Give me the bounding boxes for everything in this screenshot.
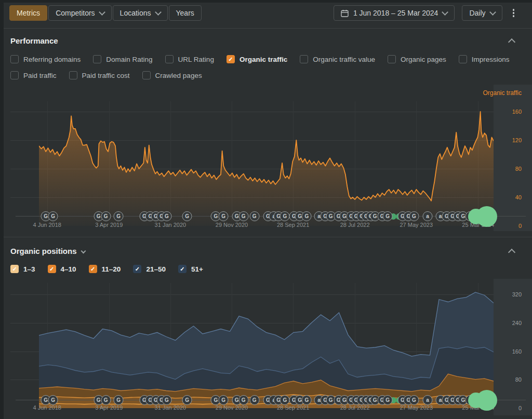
tab-years[interactable]: Years <box>169 5 202 21</box>
checkbox-label: 21–50 <box>146 265 166 273</box>
checkbox-organic-traffic[interactable]: ✓Organic traffic <box>227 55 287 63</box>
chart1-right-gutter <box>494 85 532 231</box>
checkbox-url-rating[interactable]: URL Rating <box>165 55 214 63</box>
google-update-badge[interactable]: G <box>249 395 259 405</box>
checkbox-box <box>165 55 174 63</box>
organic-positions-chart[interactable] <box>39 283 494 408</box>
tab-metrics[interactable]: Metrics <box>9 5 47 21</box>
algorithm-update-timeline: GGGGGGGGGGGGGGGGGaGGGGGaGGGGGGGGGGGGGGGa… <box>39 211 494 222</box>
y-axis-label: 320 <box>499 291 522 298</box>
google-update-badge[interactable]: G <box>162 211 171 221</box>
chevron-down-icon <box>99 9 105 16</box>
google-update-badge[interactable]: G <box>238 211 248 221</box>
collapse-positions-button[interactable] <box>508 248 515 255</box>
checkbox-box: ✓ <box>133 265 141 273</box>
google-update-badge[interactable]: G <box>162 395 171 405</box>
checkbox-label: 51+ <box>191 265 203 273</box>
organic-positions-title[interactable]: Organic positions <box>10 247 85 255</box>
checkbox-label: Paid traffic cost <box>82 72 130 79</box>
google-update-badge[interactable]: a <box>423 395 433 405</box>
positions-band-51 <box>39 292 494 380</box>
checkbox-51[interactable]: ✓51+ <box>178 265 203 273</box>
google-update-badge[interactable]: G <box>409 395 419 405</box>
x-axis-label: 28 Sep 2021 <box>277 222 309 228</box>
organic-positions-title-text: Organic positions <box>10 247 77 255</box>
checkbox-domain-rating[interactable]: Domain Rating <box>93 55 152 63</box>
checkbox-box <box>10 71 19 79</box>
chevron-down-icon <box>155 9 162 16</box>
google-update-badge[interactable]: G <box>249 211 259 221</box>
date-range-button[interactable]: 1 Jun 2018 – 25 Mar 2024 <box>334 5 455 21</box>
chevron-up-icon <box>508 38 515 46</box>
google-update-badge[interactable]: G <box>302 395 312 405</box>
collapse-performance-button[interactable] <box>508 37 515 45</box>
google-update-badge[interactable]: G <box>114 395 124 405</box>
checkbox-4-10[interactable]: ✓4–10 <box>48 265 76 273</box>
google-update-badge[interactable]: a <box>423 211 433 221</box>
checkbox-impressions[interactable]: Impressions <box>459 55 510 63</box>
toolbar-divider <box>0 28 532 29</box>
tab-label: Locations <box>120 9 151 17</box>
checkbox-paid-traffic-cost[interactable]: Paid traffic cost <box>69 71 130 79</box>
granularity-label: Daily <box>469 9 485 17</box>
checkbox-label: Domain Rating <box>106 56 152 63</box>
checkbox-label: Organic pages <box>401 56 446 63</box>
y-axis-label: 0 <box>499 405 522 411</box>
green-marker-large[interactable] <box>476 206 497 227</box>
checkbox-box <box>388 55 396 63</box>
y-axis-label: 120 <box>499 137 522 143</box>
google-update-badge[interactable]: G <box>280 395 290 405</box>
chevron-down-icon <box>489 9 496 16</box>
google-update-badge[interactable]: G <box>280 211 290 221</box>
checkbox-11-20[interactable]: ✓11–20 <box>89 265 121 273</box>
google-update-badge[interactable]: G <box>383 211 393 221</box>
organic-traffic-area <box>39 112 494 226</box>
performance-title: Performance <box>10 36 58 45</box>
organic-traffic-chart[interactable] <box>39 101 494 226</box>
granularity-button[interactable]: Daily <box>462 5 502 21</box>
y-axis-label: 240 <box>499 320 522 326</box>
tab-label: Years <box>176 9 194 17</box>
algorithm-update-timeline: GGGGGGGGGGGGGGGGGaGGGGGaGGGGGGGGGGGGGGGa… <box>39 395 494 406</box>
chart2-right-gutter <box>494 279 532 415</box>
checkbox-box: ✓ <box>89 265 97 273</box>
window-edge-top <box>0 0 532 3</box>
checkbox-box <box>142 71 151 79</box>
checkbox-organic-pages[interactable]: Organic pages <box>388 55 446 63</box>
green-marker-large[interactable] <box>476 390 497 411</box>
google-update-badge[interactable]: G <box>114 211 124 221</box>
google-update-badge[interactable]: G <box>182 395 192 405</box>
checkbox-label: Paid traffic <box>23 72 57 79</box>
performance-metrics-row-1: Referring domainsDomain RatingURL Rating… <box>10 54 510 64</box>
checkbox-label: Organic traffic value <box>313 56 375 63</box>
google-update-badge[interactable]: G <box>219 211 229 221</box>
tab-competitors[interactable]: Competitors <box>48 5 111 21</box>
checkbox-21-50[interactable]: ✓21–50 <box>133 265 166 273</box>
google-update-badge[interactable]: G <box>101 211 111 221</box>
more-options-kebab-icon[interactable] <box>510 6 518 21</box>
tab-locations[interactable]: Locations <box>113 5 168 21</box>
checkbox-1-3[interactable]: ✓1–3 <box>10 265 35 273</box>
checkbox-paid-traffic[interactable]: Paid traffic <box>10 71 57 79</box>
date-range-label: 1 Jun 2018 – 25 Mar 2024 <box>353 9 438 17</box>
y-axis-label: 80 <box>499 166 522 172</box>
google-update-badge[interactable]: G <box>302 211 312 221</box>
y-axis-label: 160 <box>499 109 522 115</box>
google-update-badge[interactable]: G <box>409 211 419 221</box>
google-update-badge[interactable]: G <box>383 395 393 405</box>
checkbox-box: ✓ <box>48 265 56 273</box>
checkbox-box <box>459 55 467 63</box>
google-update-badge[interactable]: G <box>238 395 248 405</box>
google-update-badge[interactable]: G <box>48 395 58 405</box>
google-update-badge[interactable]: G <box>219 395 229 405</box>
google-update-badge[interactable]: G <box>182 211 192 221</box>
checkbox-label: Organic traffic <box>240 56 287 63</box>
checkbox-box <box>10 55 19 63</box>
checkbox-referring-domains[interactable]: Referring domains <box>10 55 81 63</box>
google-update-badge[interactable]: G <box>48 211 58 221</box>
google-update-badge[interactable]: G <box>101 395 111 405</box>
checkbox-crawled-pages[interactable]: Crawled pages <box>142 71 202 79</box>
y-axis-label: 0 <box>499 223 522 229</box>
checkbox-organic-traffic-value[interactable]: Organic traffic value <box>300 55 375 63</box>
checkbox-box <box>300 55 308 63</box>
